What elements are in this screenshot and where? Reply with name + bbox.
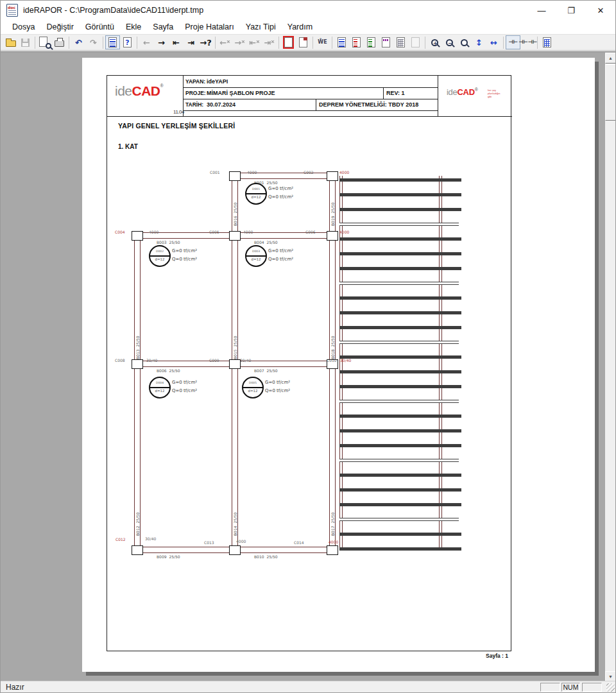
- grid-label-30-40: 30/40: [145, 536, 156, 541]
- hatch-bar: [339, 533, 461, 536]
- print-preview-button[interactable]: [37, 35, 52, 49]
- menu-item-dosya[interactable]: Dosya: [6, 21, 40, 33]
- menu-item-proje-hatalar-[interactable]: Proje Hataları: [179, 21, 239, 33]
- print-button[interactable]: [52, 35, 67, 49]
- document-viewport: ideCAD® 11.04 YAPAN: ideYAPI PROJE: MİMA…: [1, 51, 616, 682]
- menu-item-ekle[interactable]: Ekle: [120, 21, 147, 33]
- slab-load-g: G=0 tf/cm²: [172, 380, 197, 386]
- toolbar-separator: [537, 37, 538, 49]
- view-margins-button[interactable]: [364, 35, 379, 49]
- goto-page-button[interactable]: →?: [198, 35, 213, 49]
- grid-label-4000: 4000: [339, 170, 349, 175]
- zoom-out-button[interactable]: −: [442, 35, 457, 49]
- facing-pages-view-icon: ⊣⊢⊣⊢: [518, 40, 537, 45]
- first-page-icon: ⇤: [173, 38, 180, 47]
- slab-id: D004: [150, 381, 169, 384]
- hatch-bar: [339, 518, 459, 521]
- vertical-scrollbar[interactable]: ▲ ▼: [605, 53, 616, 682]
- slab-load-q: Q=0 tf/cm²: [265, 388, 290, 394]
- last-page-button[interactable]: ⇥: [184, 35, 198, 49]
- resize-grip[interactable]: [606, 683, 615, 692]
- single-page-view-icon: ⊣⊢: [508, 40, 518, 45]
- slab-load-q: Q=0 tf/cm²: [268, 257, 293, 262]
- menu-item-sayfa[interactable]: Sayfa: [147, 21, 179, 33]
- undo-icon: ↶: [75, 38, 82, 47]
- grid-label-c012: C012: [116, 537, 126, 542]
- slab-load-q: Q=0 tf/cm²: [172, 257, 197, 262]
- menu-item-yard-m[interactable]: Yardım: [282, 21, 318, 33]
- beam-label: B009 25/50: [157, 554, 180, 559]
- toolbar: ↶↷?←→⇤⇥→?←ˣ→ˣ⇤ˣ⇥ˣŴE+−↕↔⊣⊢⊣⊢⊣⊢: [1, 34, 615, 51]
- grid-label-4000: 4000: [339, 230, 349, 234]
- hatch-bar: [339, 237, 461, 241]
- fit-width-button[interactable]: ↔: [486, 35, 501, 49]
- close-button[interactable]: ✕: [586, 1, 615, 20]
- toolbar-separator: [312, 37, 313, 49]
- toolbar-separator: [503, 37, 504, 49]
- help-button[interactable]: ?: [120, 35, 135, 49]
- zoom-page-button[interactable]: [457, 35, 472, 49]
- report-view-button[interactable]: [105, 35, 120, 49]
- view-off-button: [408, 35, 423, 49]
- maximize-button[interactable]: ❐: [556, 1, 586, 20]
- data-grid-button[interactable]: [540, 35, 554, 49]
- first-error-icon: ⇤ˣ: [249, 38, 259, 47]
- prev-page-button: ←: [139, 35, 154, 49]
- first-page-button[interactable]: ⇤: [169, 35, 184, 49]
- menu-item-de-i-tir[interactable]: Değiştir: [40, 21, 79, 33]
- slab-thickness: d=12: [246, 257, 266, 261]
- hatch-bar: [339, 267, 461, 270]
- beam-label: B010 25/50: [254, 554, 278, 559]
- view-header-button[interactable]: [334, 35, 349, 49]
- slab-load-q: Q=0 tf/cm²: [268, 194, 293, 200]
- beam-label: B006 25/50: [157, 368, 180, 373]
- grid-label-c008: C008: [115, 358, 125, 363]
- page-setup-button[interactable]: [296, 35, 311, 49]
- zoom-in-button[interactable]: +: [427, 35, 442, 49]
- hatch-bar: [339, 474, 461, 477]
- character-format-button[interactable]: ŴE: [315, 35, 330, 49]
- hatch-bar: [339, 296, 461, 300]
- slab-marker-d002: D002d=12: [149, 245, 171, 267]
- status-cell-2: [582, 683, 602, 692]
- hatch-bar: [339, 547, 461, 551]
- slab-load-g: G=0 tf/cm²: [265, 380, 290, 386]
- hatch-rail-line: [441, 176, 442, 550]
- slab-marker-divider: [150, 387, 169, 388]
- zoom-in-icon: +: [431, 39, 438, 46]
- report-view-icon: [108, 37, 117, 47]
- scrollbar-thumb[interactable]: [605, 64, 616, 121]
- hatch-bar: [339, 341, 459, 344]
- grid-label-c004: C004: [115, 230, 125, 234]
- hatch-bar: [339, 311, 461, 314]
- minimize-button[interactable]: —: [527, 1, 556, 20]
- column: [327, 545, 338, 555]
- refresh-page-button[interactable]: [281, 35, 296, 49]
- open-file-button[interactable]: [3, 35, 18, 49]
- grid-label-c010: C010: [327, 358, 337, 363]
- fit-height-button[interactable]: ↕: [472, 35, 486, 49]
- scroll-up-button[interactable]: ▲: [605, 53, 616, 64]
- view-footer-button[interactable]: [349, 35, 364, 49]
- slab-id: D001: [246, 187, 266, 191]
- hatch-bar: [339, 326, 461, 329]
- menu-item-yaz-tipi[interactable]: Yazı Tipi: [240, 21, 282, 33]
- menu-item-g-r-nt-[interactable]: Görüntü: [80, 21, 120, 33]
- view-grid-button[interactable]: [393, 35, 408, 49]
- slab-load-g: G=0 tf/cm²: [268, 186, 293, 192]
- status-cell-1: [540, 683, 560, 692]
- undo-button[interactable]: ↶: [71, 35, 86, 49]
- view-top-button[interactable]: [379, 35, 393, 49]
- last-error-button: ⇥ˣ: [262, 35, 277, 49]
- prev-error-button: ←ˣ: [218, 35, 232, 49]
- hatch-bar: [339, 193, 461, 196]
- goto-page-icon: →?: [200, 38, 211, 47]
- slab-id: D002: [150, 250, 169, 253]
- toolbar-separator: [69, 37, 69, 49]
- toolbar-separator: [35, 37, 35, 49]
- toolbar-separator: [332, 37, 332, 49]
- toolbar-separator: [278, 37, 279, 49]
- open-file-icon: [6, 40, 16, 47]
- facing-pages-view-button[interactable]: ⊣⊢⊣⊢: [520, 35, 535, 49]
- next-page-button[interactable]: →: [154, 35, 169, 49]
